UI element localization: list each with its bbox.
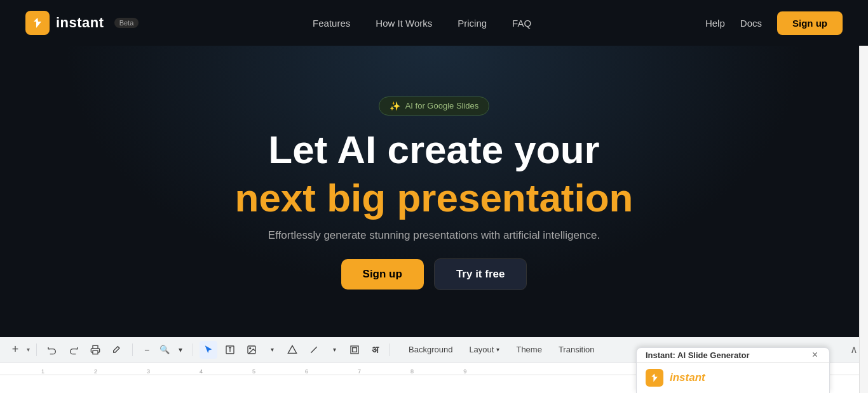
separator-1 — [36, 343, 37, 356]
navbar: instant Beta Features How It Works Prici… — [0, 0, 868, 46]
ai-badge-icon: ✨ — [390, 101, 400, 111]
text-tool[interactable] — [221, 341, 239, 359]
ruler-tick-6: 6 — [305, 368, 308, 375]
beta-badge: Beta — [114, 18, 139, 28]
hero-signup-button[interactable]: Sign up — [341, 259, 424, 290]
nav-faq[interactable]: FAQ — [512, 18, 531, 29]
zoom-level: 🔍 — [158, 345, 171, 354]
theme-menu-item[interactable]: Theme — [508, 341, 549, 359]
side-panel-title: Instant: AI Slide Generator — [646, 350, 750, 360]
layout-label: Layout — [469, 345, 494, 354]
side-panel: Instant: AI Slide Generator × instant — [636, 347, 830, 393]
paint-format-button[interactable] — [108, 341, 126, 359]
ruler-tick-5: 5 — [252, 368, 255, 375]
toolbar-right: ∧ — [848, 341, 860, 358]
ruler-tick-7: 7 — [358, 368, 361, 375]
svg-marker-4 — [288, 345, 296, 353]
line-dropdown[interactable]: ▾ — [327, 341, 342, 359]
nav-features[interactable]: Features — [313, 18, 350, 29]
side-panel-body: instant — [637, 363, 829, 393]
side-panel-close-button[interactable]: × — [810, 349, 820, 361]
shape-tool[interactable] — [283, 341, 301, 359]
nav-signup-button[interactable]: Sign up — [777, 11, 843, 35]
panel-logo-icon — [646, 369, 663, 387]
undo-button[interactable] — [43, 341, 61, 359]
ruler-tick-3: 3 — [147, 368, 150, 375]
hero-try-button[interactable]: Try it free — [434, 258, 527, 290]
zoom-dropdown[interactable]: ▾ — [175, 341, 186, 359]
add-dropdown-icon: ▾ — [27, 346, 30, 353]
layout-dropdown-icon: ▾ — [496, 346, 499, 353]
nav-right: Help Docs Sign up — [705, 11, 843, 35]
line-tool[interactable] — [305, 341, 323, 359]
svg-rect-7 — [353, 347, 357, 352]
nav-how-it-works[interactable]: How It Works — [376, 18, 432, 29]
zoom-out-button[interactable]: − — [139, 341, 154, 359]
logo-text: instant — [56, 15, 104, 31]
logo-icon — [25, 11, 50, 35]
nav-left: instant Beta — [25, 11, 139, 35]
ruler-tick-8: 8 — [410, 368, 414, 375]
separator-4 — [389, 343, 390, 356]
svg-point-3 — [250, 347, 251, 349]
panel-logo-text: instant — [670, 371, 705, 384]
image-tool[interactable] — [243, 341, 261, 359]
ruler-tick-2: 2 — [94, 368, 97, 375]
nav-center: Features How It Works Pricing FAQ — [313, 18, 531, 29]
background-menu-item[interactable]: Background — [401, 341, 460, 359]
hero-subtitle: Effortlessly generate stunning presentat… — [268, 229, 600, 242]
transition-menu-item[interactable]: Transition — [551, 341, 602, 359]
svg-rect-6 — [351, 346, 358, 354]
separator-3 — [193, 343, 193, 356]
scrollbar[interactable] — [859, 0, 868, 393]
ruler-tick-9: 9 — [463, 368, 466, 375]
cursor-tool[interactable] — [200, 341, 217, 359]
svg-line-5 — [311, 347, 316, 352]
layout-menu-item[interactable]: Layout ▾ — [461, 341, 507, 359]
menu-items: Background Layout ▾ Theme Transition — [401, 341, 602, 359]
hero-title-text2: next big presentation — [235, 176, 634, 220]
ai-badge-text: AI for Google Slides — [405, 101, 479, 110]
text-indicator[interactable]: अ — [367, 341, 383, 359]
hero-title-line2: next big presentation — [235, 175, 634, 220]
add-button[interactable]: + — [8, 341, 23, 359]
hero-title-line1: Let AI create your — [268, 128, 599, 171]
hero-section: ✨ AI for Google Slides Let AI create you… — [0, 46, 868, 335]
hero-buttons: Sign up Try it free — [341, 258, 527, 290]
image-dropdown[interactable]: ▾ — [264, 341, 280, 359]
print-button[interactable] — [86, 341, 104, 359]
nav-pricing[interactable]: Pricing — [458, 18, 487, 29]
ruler-tick-4: 4 — [200, 368, 203, 375]
ruler-tick-1: 1 — [41, 368, 44, 375]
redo-button[interactable] — [65, 341, 83, 359]
hero-title-text1: Let AI create your — [268, 128, 599, 171]
nav-docs[interactable]: Docs — [740, 18, 762, 29]
collapse-button[interactable]: ∧ — [848, 341, 860, 358]
nav-help[interactable]: Help — [705, 18, 725, 29]
ai-badge: ✨ AI for Google Slides — [379, 97, 490, 116]
side-panel-header: Instant: AI Slide Generator × — [637, 348, 829, 363]
frame-tool[interactable] — [346, 341, 363, 359]
separator-2 — [132, 343, 133, 356]
svg-rect-0 — [93, 350, 98, 354]
